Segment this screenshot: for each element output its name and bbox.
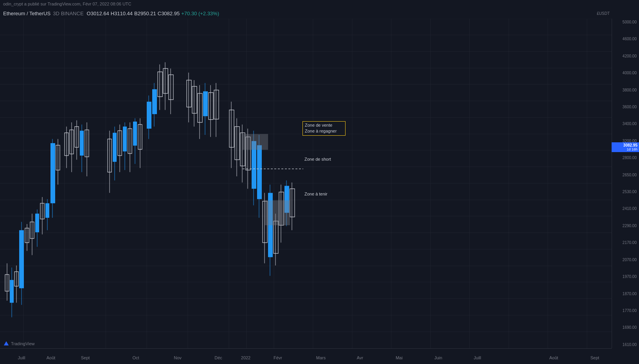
price-3400: 3400.00 — [612, 122, 639, 126]
price-2800: 2800.00 — [612, 156, 639, 160]
price-4600: 4600.00 — [612, 37, 639, 41]
price-3600: 3600.00 — [612, 105, 639, 109]
top-bar-text: odin_crypt a publié sur TradingView.com,… — [3, 2, 131, 6]
price-1770: 1770.00 — [612, 309, 639, 313]
time-axis: Juill Août Sept Oct Nov Déc 2022 Févr Ma… — [0, 348, 612, 364]
time-aout2: Août — [549, 355, 558, 360]
price-2170: 2170.00 — [612, 241, 639, 245]
time-mars: Mars — [316, 355, 326, 360]
ohlc-high: H3110.44 — [111, 11, 133, 16]
price-4200: 4200.00 — [612, 54, 639, 58]
symbol-name: Ethereum / TetherUS — [3, 11, 50, 16]
time-juill2: Juill — [474, 355, 481, 360]
price-1970: 1970.00 — [612, 275, 639, 279]
current-price-sub: 1d 16h — [626, 147, 637, 151]
svg-rect-118 — [257, 145, 262, 199]
price-axis: 5000.00 4600.00 4200.00 4000.00 3800.00 … — [612, 19, 639, 348]
svg-rect-78 — [123, 127, 127, 152]
svg-rect-86 — [147, 102, 151, 129]
price-2070: 2070.00 — [612, 258, 639, 262]
svg-rect-131 — [265, 200, 290, 225]
svg-rect-46 — [19, 230, 24, 288]
ohlc-low: B2950.21 — [134, 11, 156, 16]
svg-rect-56 — [45, 203, 49, 218]
time-sept: Sept — [81, 355, 90, 360]
top-bar: odin_crypt a publié sur TradingView.com,… — [0, 0, 639, 8]
svg-rect-52 — [35, 213, 39, 232]
time-sept2: Sept — [590, 355, 599, 360]
price-4000: 4000.00 — [612, 71, 639, 75]
ohlc-open: O3012.64 — [87, 11, 109, 16]
time-oct: Oct — [132, 355, 139, 360]
candlestick-chart — [0, 19, 612, 348]
ohlc-close: C3082.95 — [158, 11, 180, 16]
interval: 3D — [53, 11, 59, 16]
tradingview-text: TradingView — [11, 341, 35, 346]
exchange: BINANCE — [61, 11, 84, 16]
tradingview-icon — [3, 341, 9, 347]
current-price-value: 3082.95 — [623, 143, 637, 147]
time-juill: Juill — [18, 355, 25, 360]
price-2530: 2530.00 — [612, 190, 639, 194]
svg-rect-58 — [50, 143, 55, 203]
svg-rect-42 — [10, 280, 14, 303]
svg-rect-82 — [133, 122, 137, 146]
price-1610: 1610.00 — [612, 343, 639, 347]
svg-rect-132 — [243, 134, 268, 150]
svg-rect-68 — [80, 131, 84, 156]
ohlc-change: +70.30 (+2.33%) — [181, 11, 219, 16]
time-2022: 2022 — [241, 355, 250, 360]
symbol-bar: Ethereum / TetherUS 3D BINANCE O3012.64 … — [0, 8, 639, 19]
price-3800: 3800.00 — [612, 88, 639, 92]
price-5000: 5000.00 — [612, 20, 639, 24]
price-2650: 2650.00 — [612, 173, 639, 177]
price-1690: 1690.00 — [612, 326, 639, 330]
svg-rect-88 — [152, 89, 157, 114]
price-2290: 2290.00 — [612, 224, 639, 228]
chart-container: odin_crypt a publié sur TradingView.com,… — [0, 0, 639, 364]
svg-rect-102 — [203, 91, 208, 117]
time-nov: Nov — [174, 355, 182, 360]
time-fevr: Févr — [274, 355, 282, 360]
time-aout1: Août — [47, 355, 56, 360]
time-juin: Juin — [434, 355, 442, 360]
chart-area: Zone de vente Zone à regagner Zone de sh… — [0, 19, 612, 348]
price-1870: 1870.00 — [612, 292, 639, 296]
price-2410: 2410.00 — [612, 207, 639, 211]
tradingview-logo: TradingView — [3, 341, 35, 347]
time-dec: Déc — [214, 355, 222, 360]
svg-rect-74 — [113, 133, 117, 162]
time-mai: Mai — [396, 355, 403, 360]
time-avr: Avr — [357, 355, 363, 360]
current-price-badge: 3082.95 1d 16h — [612, 142, 639, 152]
usdt-label: £USDT — [597, 11, 610, 16]
